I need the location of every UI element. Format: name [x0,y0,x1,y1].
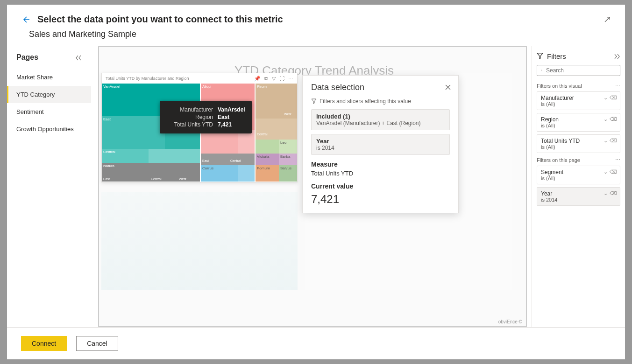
year-detail: is 2014 [316,145,445,151]
dialog-title: Select the data point you want to connec… [37,14,283,25]
pages-panel: Pages Market Share YTD Category Sentimen… [7,46,91,327]
treemap-cell[interactable] [149,149,200,163]
included-filter-box[interactable]: Included (1) VanArsdel (Manufacturer) + … [311,109,450,130]
treemap-cell[interactable] [238,130,255,154]
filter-card-segment[interactable]: Segment is (All) ⌄⌫ [537,166,620,184]
dialog-body: Pages Market Share YTD Category Sentimen… [7,46,625,327]
treemap-cell[interactable]: Central [102,149,149,163]
visual-toolbar: 📌 ⧉ ▽ ⛶ ⋯ [254,76,293,82]
filter-card-year[interactable]: Year is 2014 ⌄⌫ [537,187,620,206]
clear-icon[interactable]: ⌫ [610,138,617,144]
filters-title: Filters [537,52,566,60]
page-item-ytd-category[interactable]: YTD Category [7,86,91,103]
copy-icon[interactable]: ⧉ [264,76,268,82]
treemap-cell[interactable] [201,130,238,154]
tooltip-row: ManufacturerVanArsdel [166,106,245,113]
more-icon[interactable]: ⋯ [615,157,620,163]
measure-heading: Measure [311,161,450,168]
pin-icon[interactable]: 📌 [254,76,261,82]
treemap-cell[interactable] [256,140,279,154]
clear-icon[interactable]: ⌫ [610,169,617,175]
included-detail: VanArsdel (Manufacturer) + East (Region) [316,120,445,126]
filters-affecting-label: Filters and slicers affecting this value [311,98,450,105]
page-item-market-share[interactable]: Market Share [7,69,91,86]
year-title: Year [316,138,445,145]
chevron-down-icon[interactable]: ⌄ [604,169,608,175]
more-icon[interactable]: ⋯ [288,76,293,82]
data-panel-title: Data selection [311,83,450,92]
clear-icon[interactable]: ⌫ [610,95,617,101]
filters-panel: Filters Filters on this visual ⋯ Manufac… [532,46,625,327]
filter-card-manufacturer[interactable]: Manufacturer is (All) ⌄⌫ [537,91,620,110]
dialog-footer: Connect Cancel [7,327,625,359]
treemap-header: Total Units YTD by Manufacturer and Regi… [102,73,297,84]
current-value: 7,421 [311,193,450,206]
filter-icon[interactable]: ▽ [272,76,276,82]
page-item-sentiment[interactable]: Sentiment [7,103,91,120]
treemap-cell[interactable]: Pomum [256,165,279,182]
filters-header: Filters [537,52,620,60]
tooltip-row: RegionEast [166,114,245,120]
expand-filters-icon[interactable] [614,52,620,60]
svg-point-0 [541,70,542,71]
treemap-cell[interactable] [238,165,255,182]
connect-metric-dialog: Select the data point you want to connec… [7,5,625,359]
tooltip-row: Total Units YTD7,421 [166,121,245,128]
collapse-pages-icon[interactable] [75,54,82,61]
treemap-cell[interactable]: Victoria [256,154,279,165]
treemap-title: Total Units YTD by Manufacturer and Regi… [106,76,189,81]
current-value-heading: Current value [311,182,450,190]
filter-card-region[interactable]: Region is (All) ⌄⌫ [537,113,620,132]
treemap-cell[interactable]: Barba [279,154,297,165]
report-subtitle: Sales and Marketing Sample [7,29,625,46]
treemap-cell[interactable]: Salvus [279,165,297,182]
treemap-cell[interactable]: Currus [201,165,238,182]
pages-label: Pages [16,53,38,62]
page-item-growth[interactable]: Growth Opportunities [7,120,91,138]
cancel-button[interactable]: Cancel [76,336,118,351]
chevron-down-icon[interactable]: ⌄ [604,138,608,144]
clear-icon[interactable]: ⌫ [610,116,617,122]
treemap-cell[interactable]: East [102,116,165,149]
close-icon[interactable] [445,83,451,91]
visual-filters-section: Filters on this visual ⋯ [537,83,620,89]
chevron-down-icon[interactable]: ⌄ [604,95,608,101]
focus-icon[interactable]: ⛶ [279,76,284,82]
page-filters-section: Filters on this page ⋯ [537,157,620,163]
obvience-credit: obviEnce © [498,319,522,324]
report-canvas: YTD Category Trend Analysis Total Units … [98,46,527,327]
expand-icon[interactable] [604,15,611,23]
data-selection-panel: Data selection Filters and slicers affec… [302,75,459,213]
treemap-cell[interactable]: Leo [279,140,297,154]
filter-icon [537,53,543,59]
dialog-header: Select the data point you want to connec… [7,5,625,29]
filter-search[interactable] [537,65,620,76]
filter-icon [311,98,317,104]
search-icon [541,68,542,73]
datapoint-tooltip: ManufacturerVanArsdel RegionEast Total U… [160,101,252,133]
measure-value: Total Units YTD [311,170,450,177]
clear-icon[interactable]: ⌫ [610,190,617,196]
map-visual[interactable] [101,192,298,290]
filter-card-units[interactable]: Total Units YTD is (All) ⌄⌫ [537,134,620,153]
connect-button[interactable]: Connect [21,336,67,351]
treemap-cell[interactable] [256,119,297,140]
included-title: Included (1) [316,113,445,120]
year-filter-box[interactable]: Year is 2014 [311,134,450,155]
pages-heading: Pages [7,51,91,69]
treemap-cell[interactable] [201,154,255,165]
filter-search-input[interactable] [546,67,616,74]
chevron-down-icon[interactable]: ⌄ [604,190,608,196]
more-icon[interactable]: ⋯ [615,83,620,89]
back-arrow-icon[interactable] [21,15,30,24]
chevron-down-icon[interactable]: ⌄ [604,116,608,122]
